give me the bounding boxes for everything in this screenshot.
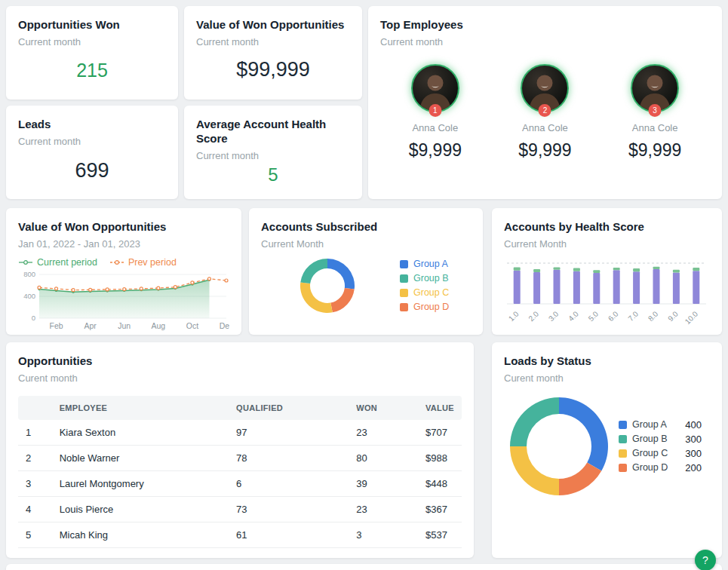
chart-legend: Group A400Group B300Group C300Group D200: [619, 418, 702, 475]
avatar: 2: [521, 64, 569, 112]
card-accounts-subscribed: Accounts Subscribed Current Month Group …: [249, 208, 483, 335]
card-accounts-by-health-score: Accounts by Health Score Current Month 1…: [492, 208, 722, 335]
svg-text:7.0: 7.0: [626, 309, 640, 323]
help-button[interactable]: ?: [695, 550, 716, 570]
card-value-won-chart: Value of Won Opportunities Jan 01, 2022 …: [6, 208, 241, 335]
legend-label: Prev period: [128, 257, 177, 268]
top-employee: 1 Anna Cole $9,999: [381, 58, 490, 161]
cell-won: 23: [349, 496, 418, 522]
legend-item-group-c[interactable]: Group C: [400, 286, 449, 300]
card-value-of-won-opportunities: Value of Won Opportunities Current month…: [184, 6, 362, 100]
cell-qualified: 97: [229, 420, 349, 446]
legend-label: Group B: [632, 434, 668, 444]
cell-qualified: 6: [229, 470, 349, 496]
column-header-value: VALUE: [418, 396, 462, 420]
svg-text:4.0: 4.0: [567, 309, 580, 323]
legend-item-group-a[interactable]: Group A: [400, 257, 449, 271]
cell-rank: 1: [18, 420, 52, 446]
card-subtitle: Curent month: [18, 372, 462, 384]
card-subtitle: Current month: [196, 150, 350, 161]
legend-value: 200: [685, 462, 702, 473]
cell-qualified: 61: [229, 522, 349, 547]
cell-value: $707: [418, 420, 462, 446]
employee-name: Anna Cole: [632, 122, 678, 133]
rank-badge: 1: [429, 104, 441, 117]
avatar: 1: [411, 64, 459, 112]
cell-qualified: 78: [229, 445, 349, 470]
cell-employee: Kiara Sexton: [52, 420, 229, 446]
svg-text:400: 400: [23, 292, 35, 300]
cell-employee: Laurel Montgomery: [52, 470, 229, 496]
svg-text:9.0: 9.0: [666, 309, 680, 323]
cell-employee: Noble Warner: [52, 445, 229, 470]
cell-employee: Louis Pierce: [52, 496, 229, 522]
employee-value: $9,999: [518, 140, 571, 161]
cell-rank: 2: [18, 445, 52, 470]
card-subtitle: Current Month: [504, 238, 710, 250]
table-row: 4Louis Pierce7323$367: [18, 496, 462, 522]
card-title: Value of Won Opportunities: [18, 220, 229, 234]
avatar: 3: [631, 64, 679, 112]
legend-item-group-b[interactable]: Group B: [400, 271, 449, 286]
cell-won: 3: [349, 522, 418, 547]
legend-swatch-icon: [619, 421, 627, 429]
legend-label: Group C: [413, 287, 449, 298]
legend-item-group-d[interactable]: Group D: [400, 300, 449, 314]
top-employee: 3 Anna Cole $9,999: [601, 58, 709, 161]
legend-swatch-icon: [400, 274, 408, 283]
svg-text:Dec: Dec: [220, 321, 229, 330]
card-subtitle: Current month: [18, 36, 166, 48]
card-subtitle: Current month: [380, 36, 710, 48]
svg-text:Jun: Jun: [118, 321, 131, 330]
legend-label: Group C: [632, 448, 668, 458]
svg-text:1.0: 1.0: [507, 309, 521, 323]
current-period-marker-icon: [18, 259, 33, 265]
legend-swatch-icon: [619, 449, 627, 458]
rank-badge: 2: [539, 104, 551, 117]
stat-value: $99,999: [196, 58, 350, 81]
legend-label: Group D: [632, 462, 668, 473]
card-title: Average Account Health Score: [196, 118, 350, 146]
card-title: Opportunities Won: [18, 18, 166, 32]
legend-item-group-b[interactable]: Group B300: [619, 432, 702, 446]
prev-period-marker-icon: [109, 259, 124, 265]
svg-text:5.0: 5.0: [587, 309, 601, 323]
top-employee: 2 Anna Cole $9,999: [490, 58, 599, 161]
legend-item-group-c[interactable]: Group C300: [619, 446, 702, 461]
card-subtitle: Current Month: [261, 238, 471, 250]
svg-text:Oct: Oct: [186, 321, 198, 330]
legend-label: Group A: [632, 419, 667, 430]
legend-swatch-icon: [400, 260, 408, 268]
column-header-qualified: QUALIFIED: [229, 396, 349, 420]
svg-text:Aug: Aug: [151, 321, 165, 330]
loads-by-status-donut-chart: [508, 396, 610, 497]
card-subtitle: Curent month: [504, 372, 710, 384]
cell-won: 39: [349, 470, 418, 496]
card-title: Accounts by Health Score: [504, 220, 710, 234]
column-header-won: WON: [349, 396, 418, 420]
legend-item-group-a[interactable]: Group A400: [619, 418, 702, 432]
top-employees-list: 1 Anna Cole $9,999 2 Anna Cole $9,999: [380, 58, 710, 161]
card-opportunities-table: Opportunities Curent month EMPLOYEE QUAL…: [6, 342, 474, 558]
chart-legend: Group AGroup BGroup CGroup D: [400, 257, 449, 314]
cell-rank: 5: [18, 522, 52, 547]
cell-value: $988: [418, 445, 462, 470]
legend-item-current-period[interactable]: Current period: [18, 256, 97, 270]
svg-text:3.0: 3.0: [547, 309, 561, 323]
opportunities-table: EMPLOYEE QUALIFIED WON VALUE 1Kiara Sext…: [18, 396, 462, 548]
card-subtitle: Jan 01, 2022 - Jan 01, 2023: [18, 238, 229, 250]
legend-item-prev-period[interactable]: Prev period: [109, 256, 177, 270]
health-score-bar-chart: 1.02.03.04.05.06.07.08.09.010.0: [504, 256, 710, 325]
value-won-line-chart: 0400800FebAprJunAugOctDec: [18, 271, 229, 332]
legend-item-group-d[interactable]: Group D200: [619, 461, 702, 475]
employee-name: Anna Cole: [412, 122, 458, 133]
svg-text:Apr: Apr: [84, 321, 97, 330]
card-subtitle: Current month: [196, 36, 350, 48]
partially-visible-card: [6, 564, 722, 570]
stat-value: 215: [18, 60, 166, 81]
svg-text:800: 800: [23, 271, 35, 278]
card-top-employees: Top Employees Current month 1 Anna Cole …: [368, 6, 722, 199]
legend-value: 300: [685, 448, 702, 459]
cell-employee: Micah King: [52, 522, 229, 547]
legend-swatch-icon: [619, 464, 627, 472]
